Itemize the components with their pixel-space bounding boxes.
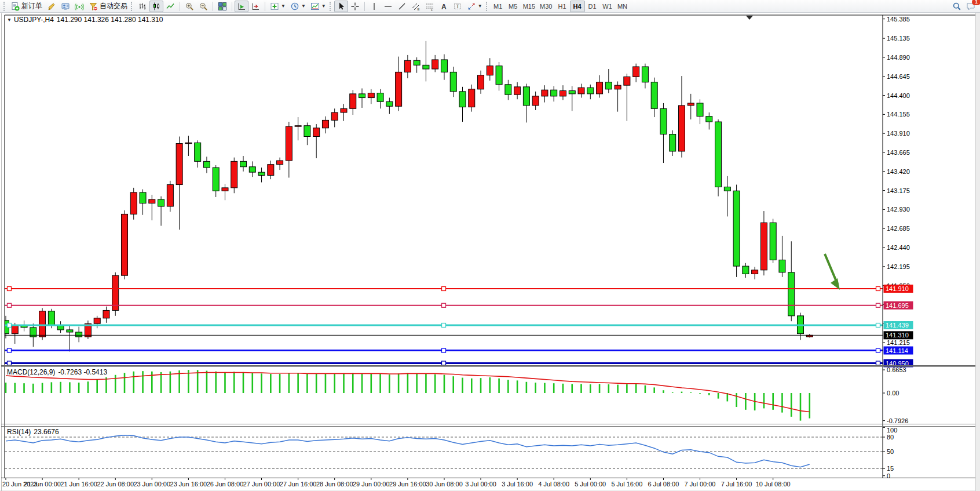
chart-symbol-period: USDJPY-,H4 — [14, 16, 54, 24]
crosshair-button[interactable] — [348, 1, 362, 12]
x-axis-label: 30 Jun 08:00 — [426, 481, 463, 488]
auto-scroll-button[interactable] — [235, 1, 248, 12]
publisher-button[interactable] — [58, 1, 72, 12]
rsi-indicator-label: RSI(14)23.6676 — [7, 428, 59, 436]
tf-m5-button[interactable]: M5 — [506, 1, 521, 12]
tf-m1-button[interactable]: M1 — [491, 1, 506, 12]
search-button[interactable] — [950, 1, 964, 12]
tile-windows-button[interactable] — [215, 1, 229, 12]
line-handle[interactable] — [8, 303, 12, 307]
tf-m30-button[interactable]: M30 — [537, 1, 554, 12]
chevron-down-icon: ▼ — [301, 4, 306, 9]
y-axis-label: 145.135 — [887, 35, 910, 42]
fibonacci-button[interactable]: F — [423, 1, 437, 12]
chat-button[interactable]: 1 — [964, 1, 978, 12]
chart-shift-icon — [251, 2, 260, 11]
line-handle[interactable] — [876, 286, 880, 290]
line-handle[interactable] — [442, 323, 446, 328]
bar-chart-button[interactable] — [136, 1, 149, 12]
line-handle[interactable] — [8, 323, 12, 328]
periods-button[interactable]: ▼ — [288, 1, 308, 12]
candlestick-chart-icon — [152, 2, 161, 11]
y-axis-label: 144.645 — [887, 73, 910, 80]
candlestick-chart-button[interactable] — [149, 1, 163, 12]
rsi-scale-label: 50 — [887, 448, 894, 455]
line-handle[interactable] — [442, 361, 446, 365]
arrows-button[interactable]: ▼ — [465, 1, 485, 12]
vertical-line-button[interactable] — [367, 1, 381, 12]
signals-button[interactable] — [72, 1, 86, 12]
fibonacci-icon: F — [425, 2, 434, 11]
line-handle[interactable] — [442, 286, 446, 290]
text-label-button[interactable]: T — [451, 1, 465, 12]
x-axis-label: 23 Jun 16:00 — [170, 481, 207, 488]
x-axis-label: 29 Jun 00:00 — [353, 481, 390, 488]
y-axis-label: 141.215 — [887, 339, 910, 346]
line-chart-button[interactable] — [163, 1, 177, 12]
rsi-value: 23.6676 — [34, 428, 58, 436]
y-axis-label: 145.385 — [887, 16, 910, 23]
periods-clock-icon — [290, 2, 299, 11]
line-handle[interactable] — [876, 323, 880, 328]
line-handle[interactable] — [442, 303, 446, 307]
horizontal-line-icon — [383, 2, 393, 11]
line-handle[interactable] — [876, 361, 880, 365]
horn-button[interactable] — [45, 1, 58, 12]
x-axis-label: 6 Jul 08:00 — [648, 481, 679, 488]
line-handle[interactable] — [442, 348, 446, 352]
toolbar-grip[interactable] — [486, 2, 488, 11]
horizontal-line-button[interactable] — [381, 1, 395, 12]
y-axis-label: 144.400 — [887, 92, 910, 99]
new-order-button[interactable]: 新订单 — [8, 1, 45, 12]
tf-m15-button[interactable]: M15 — [521, 1, 537, 12]
line-handle[interactable] — [876, 348, 880, 352]
macd-scale-label: 0.00 — [887, 390, 899, 397]
one-click-collapse-icon[interactable]: ▼ — [7, 17, 12, 23]
zoom-in-button[interactable] — [182, 1, 196, 12]
tf-d1-button[interactable]: D1 — [585, 1, 600, 12]
price-label-text: 141.910 — [886, 285, 909, 292]
indicators-button[interactable]: ▼ — [268, 1, 288, 12]
line-handle[interactable] — [8, 286, 12, 290]
toolbar-grip[interactable] — [3, 2, 6, 11]
x-axis-label: 22 Jun 08:00 — [97, 481, 134, 488]
text-button[interactable]: A — [437, 1, 451, 12]
chevron-down-icon: ▼ — [321, 4, 326, 9]
line-handle[interactable] — [876, 303, 880, 307]
y-axis-label: 144.890 — [887, 54, 910, 61]
tf-h1-button[interactable]: H1 — [555, 1, 570, 12]
trendline-button[interactable] — [395, 1, 409, 12]
tf-w1-button[interactable]: W1 — [600, 1, 615, 12]
cursor-button[interactable] — [334, 1, 348, 12]
chart-canvas[interactable]: 145.385145.135144.890144.645144.400144.1… — [0, 0, 980, 491]
tile-windows-icon — [218, 2, 227, 11]
line-handle[interactable] — [8, 361, 12, 365]
x-axis-label: 29 Jun 16:00 — [389, 481, 426, 488]
toolbar-separator — [232, 2, 232, 11]
toolbar-separator — [180, 2, 180, 11]
y-axis-label: 143.665 — [887, 149, 910, 156]
templates-button[interactable]: ▼ — [308, 1, 328, 12]
x-axis-label: 3 Jul 16:00 — [502, 481, 533, 488]
zoom-out-button[interactable] — [196, 1, 210, 12]
x-axis-label: 28 Jun 08:00 — [316, 481, 353, 488]
x-axis-label: 5 Jul 16:00 — [611, 481, 642, 488]
toolbar-grip[interactable] — [330, 2, 332, 11]
text-icon: A — [439, 2, 448, 11]
tf-h4-button[interactable]: H4 — [570, 1, 585, 12]
y-axis-label: 142.195 — [887, 263, 910, 270]
auto-scroll-icon — [237, 2, 246, 11]
macd-scale-label: -0.7926 — [887, 417, 908, 424]
autotrading-label: 自动交易 — [100, 1, 127, 11]
main-toolbar: 新订单 自动交易 — [0, 0, 980, 13]
chart-shift-button[interactable] — [248, 1, 262, 12]
autotrading-button[interactable]: 自动交易 — [86, 1, 130, 12]
line-handle[interactable] — [8, 348, 12, 352]
x-axis-label: 26 Jun 08:00 — [207, 481, 244, 488]
toolbar-separator — [364, 2, 365, 11]
tf-mn-button[interactable]: MN — [615, 1, 630, 12]
y-axis-label: 143.420 — [887, 168, 910, 175]
toolbar-grip[interactable] — [131, 2, 133, 11]
channel-button[interactable]: E — [409, 1, 423, 12]
svg-text:T: T — [456, 3, 459, 9]
